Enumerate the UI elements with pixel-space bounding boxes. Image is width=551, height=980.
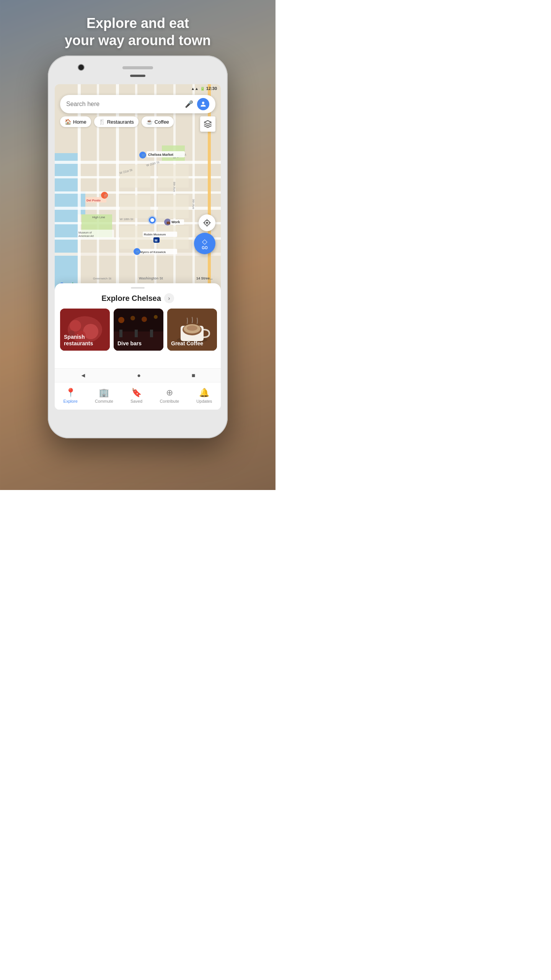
recent-button[interactable]: ■ xyxy=(192,372,196,379)
explore-header: Explore Chelsea › xyxy=(55,293,221,303)
go-label: GO xyxy=(202,246,208,250)
card-dive[interactable]: Dive bars xyxy=(114,309,163,351)
chip-restaurants[interactable]: 🍴 Restaurants xyxy=(94,116,139,127)
svg-text:Chelsea Market: Chelsea Market xyxy=(148,153,173,157)
svg-text:High Line: High Line xyxy=(92,216,105,219)
svg-text:🛒: 🛒 xyxy=(142,153,146,158)
card-coffee[interactable]: Great Coffee xyxy=(167,309,217,351)
svg-text:Washington St: Washington St xyxy=(139,276,163,280)
card-dive-label: Dive bars xyxy=(117,340,142,347)
home-button[interactable]: ● xyxy=(137,372,141,379)
search-bar[interactable]: 🎤 xyxy=(60,95,215,113)
commute-nav-label: Commute xyxy=(95,399,113,403)
svg-point-66 xyxy=(70,320,81,332)
svg-text:9th Ave: 9th Ave xyxy=(192,199,195,209)
updates-nav-label: Updates xyxy=(196,399,212,403)
svg-point-73 xyxy=(130,316,135,320)
battery-icon: 🔋 xyxy=(200,87,205,91)
svg-rect-76 xyxy=(119,330,122,337)
map-layer-button[interactable] xyxy=(200,116,215,132)
map-area: ▲▲ 🔋 12:30 xyxy=(55,84,221,291)
svg-point-72 xyxy=(118,317,124,323)
svg-text:🛒: 🛒 xyxy=(136,250,140,254)
phone-sensor xyxy=(130,75,145,77)
wifi-icon: ▲▲ xyxy=(191,87,199,91)
nav-item-updates[interactable]: 🔔 Updates xyxy=(196,388,212,403)
chip-home[interactable]: 🏠 Home xyxy=(60,116,91,127)
svg-rect-23 xyxy=(158,195,189,218)
back-button[interactable]: ◄ xyxy=(80,372,86,379)
card-coffee-label: Great Coffee xyxy=(171,340,203,347)
android-nav: ◄ ● ■ xyxy=(55,368,221,382)
svg-point-84 xyxy=(187,325,197,331)
svg-text:Work: Work xyxy=(171,220,180,224)
svg-point-62 xyxy=(206,222,208,224)
svg-rect-77 xyxy=(135,330,138,337)
search-mic-icon[interactable]: 🎤 xyxy=(185,100,193,108)
home-icon: 🏠 xyxy=(65,119,71,125)
svg-rect-78 xyxy=(150,330,153,337)
svg-point-58 xyxy=(150,218,154,222)
svg-rect-24 xyxy=(120,226,150,249)
status-bar: ▲▲ 🔋 12:30 xyxy=(55,84,221,93)
svg-rect-12 xyxy=(116,84,119,291)
location-button[interactable] xyxy=(199,214,215,231)
svg-text:Del Posto: Del Posto xyxy=(86,199,101,202)
chip-coffee-label: Coffee xyxy=(155,119,169,125)
screen: ▲▲ 🔋 12:30 xyxy=(55,84,221,410)
svg-rect-10 xyxy=(78,84,81,291)
phone-shell: ▲▲ 🔋 12:30 xyxy=(48,56,228,438)
explore-arrow[interactable]: › xyxy=(164,293,174,303)
chip-coffee[interactable]: ☕ Coffee xyxy=(142,116,174,127)
bottom-sheet: Explore Chelsea › Sp xyxy=(55,283,221,410)
card-spanish-label: Spanish restaurants xyxy=(64,334,110,347)
svg-rect-25 xyxy=(158,226,189,249)
search-input[interactable] xyxy=(66,101,185,108)
svg-point-74 xyxy=(142,317,147,322)
phone-camera xyxy=(78,64,85,71)
status-time: 12:30 xyxy=(206,86,217,91)
svg-point-75 xyxy=(154,315,158,319)
cards-row: Spanish restaurants xyxy=(55,309,221,351)
search-avatar[interactable] xyxy=(197,98,209,110)
svg-text:Greenwich St: Greenwich St xyxy=(93,277,112,280)
commute-nav-icon: 🏢 xyxy=(99,388,109,398)
svg-rect-14 xyxy=(154,84,156,291)
go-icon: ◇ xyxy=(202,237,207,246)
explore-nav-label: Explore xyxy=(64,399,78,403)
svg-text:Museum of: Museum of xyxy=(78,231,92,234)
chips-row: 🏠 Home 🍴 Restaurants ☕ Coffee xyxy=(60,116,174,127)
svg-text:Rubin Museum: Rubin Museum xyxy=(144,233,166,236)
go-button[interactable]: ◇ GO xyxy=(194,233,215,254)
nav-item-commute[interactable]: 🏢 Commute xyxy=(95,388,113,403)
svg-rect-17 xyxy=(208,84,211,291)
nav-item-explore[interactable]: 📍 Explore xyxy=(64,388,78,403)
explore-nav-icon: 📍 xyxy=(65,388,76,398)
svg-rect-22 xyxy=(120,195,150,218)
saved-nav-icon: 🔖 xyxy=(131,388,142,398)
restaurants-icon: 🍴 xyxy=(99,119,105,125)
map-svg: W 21st St W 20th St W 19th St W 18th St … xyxy=(55,84,221,291)
explore-title: Explore Chelsea xyxy=(101,294,161,303)
chip-home-label: Home xyxy=(73,119,86,125)
svg-text:Myers of Keswick: Myers of Keswick xyxy=(140,250,166,254)
card-spanish[interactable]: Spanish restaurants xyxy=(60,309,110,351)
nav-item-saved[interactable]: 🔖 Saved xyxy=(130,388,142,403)
svg-text:American Art: American Art xyxy=(78,235,94,237)
status-bar-right: ▲▲ 🔋 12:30 xyxy=(191,86,217,91)
svg-text:🍴: 🍴 xyxy=(103,193,108,198)
coffee-icon: ☕ xyxy=(146,119,153,125)
svg-text:W 18th St: W 18th St xyxy=(120,217,134,221)
saved-nav-label: Saved xyxy=(130,399,142,403)
svg-text:8th Ave: 8th Ave xyxy=(173,182,176,192)
chip-restaurants-label: Restaurants xyxy=(107,119,134,125)
nav-item-contribute[interactable]: ⊕ Contribute xyxy=(160,388,179,403)
contribute-nav-icon: ⊕ xyxy=(166,388,173,398)
svg-rect-20 xyxy=(120,165,150,188)
headline-line2: your way around town xyxy=(0,32,276,49)
svg-text:💼: 💼 xyxy=(166,220,170,224)
headline: Explore and eat your way around town xyxy=(0,15,276,49)
sheet-handle xyxy=(131,287,145,289)
svg-rect-11 xyxy=(97,84,99,291)
svg-text:M: M xyxy=(155,238,158,242)
